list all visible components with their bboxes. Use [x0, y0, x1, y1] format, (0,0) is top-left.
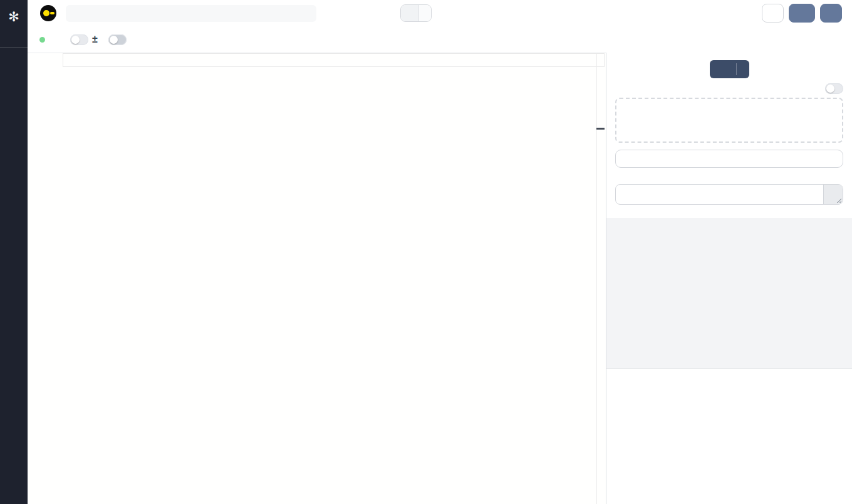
deploy-button[interactable]	[820, 4, 842, 23]
status-dot	[39, 37, 45, 43]
duckdb-language-icon	[40, 5, 56, 21]
test-button[interactable]	[710, 60, 736, 78]
line-number-gutter	[28, 53, 63, 504]
collapse-panel-icon[interactable]	[615, 63, 625, 72]
info-icon[interactable]	[833, 378, 843, 388]
topbar	[28, 0, 852, 26]
multiplayer-toggle[interactable]	[108, 34, 127, 45]
path-value[interactable]	[418, 5, 431, 21]
file-dropzone[interactable]	[615, 98, 843, 143]
choose-object-catalog-button[interactable]	[615, 150, 843, 168]
diff-mode-toggle[interactable]	[70, 34, 88, 45]
result-area	[606, 368, 852, 504]
sidebar-divider	[0, 47, 28, 48]
settings-button[interactable]	[762, 4, 784, 23]
editor-toolbar: ±	[28, 26, 852, 53]
right-panel	[606, 53, 852, 504]
logs-area	[606, 219, 852, 368]
autoscroll-control[interactable]	[606, 219, 852, 235]
sidebar	[0, 0, 28, 504]
required-note	[615, 169, 843, 178]
code-editor[interactable]	[28, 53, 606, 504]
name-input[interactable]	[615, 184, 843, 205]
path-control[interactable]	[400, 4, 432, 22]
script-title-input[interactable]	[66, 5, 316, 22]
cursor-overview-mark	[596, 128, 605, 130]
diff-icon: ±	[92, 34, 98, 45]
windmill-logo-icon[interactable]	[0, 6, 28, 28]
insert-variable-button[interactable]	[823, 185, 843, 204]
raw-s3-toggle[interactable]	[825, 83, 843, 94]
overview-ruler[interactable]	[596, 53, 606, 504]
code-content[interactable]	[63, 53, 596, 504]
capture-trigger-button[interactable]	[737, 60, 749, 78]
test-button-group	[710, 60, 749, 78]
draft-button[interactable]	[789, 4, 815, 23]
app-root: ±	[0, 0, 852, 504]
check-icon	[838, 226, 846, 235]
edit-title-pencil-icon[interactable]	[301, 9, 310, 18]
